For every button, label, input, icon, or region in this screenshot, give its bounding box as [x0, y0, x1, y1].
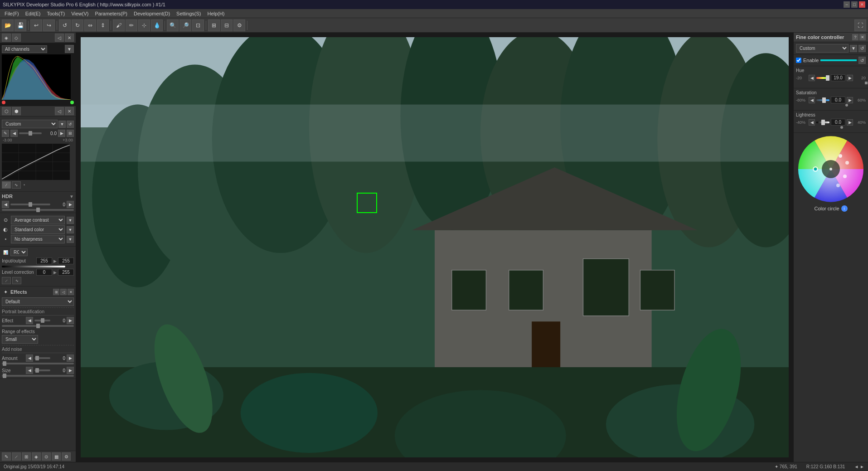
levels-curve-btn-2[interactable]: ∿: [12, 277, 21, 284]
titlebar-controls[interactable]: – □ ✕: [844, 1, 865, 8]
hdr-header[interactable]: HDR ▼: [2, 194, 74, 199]
straighten-btn[interactable]: ⊟: [221, 19, 233, 31]
fullscreen-btn[interactable]: ⛶: [854, 19, 866, 31]
portrait-slider[interactable]: [34, 320, 50, 321]
rotate-right-btn[interactable]: ↻: [72, 19, 83, 31]
fcc-sat-value[interactable]: [831, 97, 845, 103]
zoom-in-btn[interactable]: 🔍: [167, 19, 179, 31]
noise-amount-slider[interactable]: [34, 357, 50, 359]
contrast-more-btn[interactable]: ▼: [67, 217, 74, 224]
fcc-light-thumb[interactable]: [821, 120, 825, 125]
panel-close-btn2[interactable]: ✕: [65, 107, 74, 115]
fcc-light-plus-btn[interactable]: ▶: [847, 119, 853, 126]
panel-collapse-btn[interactable]: ◁: [55, 34, 64, 42]
bottom-tool-6[interactable]: ▦: [52, 452, 61, 461]
menu-parameters[interactable]: Parameters(P): [92, 10, 130, 17]
panel-mode-2[interactable]: ⬢: [12, 107, 21, 115]
settings-btn[interactable]: ⚙: [233, 19, 245, 31]
hdr-slider-thumb[interactable]: [29, 202, 32, 207]
contrast-select[interactable]: Average contrast: [11, 216, 65, 224]
undo-btn[interactable]: ↩: [30, 19, 42, 31]
bottom-tool-4[interactable]: ◈: [32, 452, 41, 461]
menu-edit[interactable]: Edit(E): [23, 10, 44, 17]
color-wheel[interactable]: [797, 136, 864, 203]
range-select[interactable]: Small: [2, 335, 38, 344]
levels-min-input[interactable]: [36, 269, 52, 276]
fcc-enable-reset-btn[interactable]: ↺: [858, 57, 866, 64]
fcc-color-swatch-btn[interactable]: [820, 59, 857, 61]
close-btn[interactable]: ✕: [859, 1, 865, 8]
noise-size-plus-btn[interactable]: ▶: [67, 367, 74, 374]
zoom-out-btn[interactable]: 🔎: [179, 19, 191, 31]
effects-collapse-btn[interactable]: ◁: [60, 289, 67, 295]
rotate-left-btn[interactable]: ↺: [59, 19, 71, 31]
bottom-tool-2[interactable]: ⟋: [12, 452, 21, 461]
tone-slider-thumb[interactable]: [29, 131, 32, 136]
fit-btn[interactable]: ⊡: [192, 19, 204, 31]
menu-view[interactable]: View(V): [68, 10, 91, 17]
noise-amount-thumb[interactable]: [35, 356, 39, 360]
noise-amount-bar[interactable]: [2, 363, 74, 364]
hdr-minus-btn[interactable]: ◀: [2, 201, 9, 208]
levels-input-field[interactable]: [36, 257, 52, 264]
maximize-btn[interactable]: □: [851, 1, 858, 8]
select-btn[interactable]: ⊹: [138, 19, 150, 31]
menu-tools[interactable]: Tools(T): [44, 10, 68, 17]
bottom-tool-7[interactable]: ⚙: [62, 452, 71, 461]
fcc-help-btn[interactable]: ?: [852, 34, 858, 40]
portrait-thumb[interactable]: [41, 318, 44, 323]
noise-amount-minus-btn[interactable]: ◀: [26, 354, 33, 362]
fcc-hue-slider[interactable]: [816, 77, 829, 79]
minimize-btn[interactable]: –: [844, 1, 850, 8]
fcc-hue-plus-btn[interactable]: ▶: [847, 75, 853, 81]
save-btn[interactable]: 💾: [15, 19, 26, 31]
curve-smooth-btn[interactable]: ∿: [12, 181, 21, 189]
fcc-light-minus-btn[interactable]: ◀: [809, 119, 815, 126]
panel-close-btn[interactable]: ✕: [65, 34, 74, 42]
fcc-hue-minus-btn[interactable]: ◀: [809, 75, 815, 81]
status-zoom-controls[interactable]: ◄ ►: [854, 464, 864, 469]
noise-size-thumb[interactable]: [35, 368, 39, 373]
fcc-enable-checkbox[interactable]: [796, 58, 801, 63]
channel-select[interactable]: All channels: [2, 45, 47, 53]
eraser-btn[interactable]: ✏: [126, 19, 137, 31]
levels-max-input[interactable]: [58, 269, 74, 276]
hdr-plus-btn[interactable]: ▶: [67, 201, 74, 208]
levels-gradient-bar[interactable]: [2, 266, 65, 267]
portrait-plus-btn[interactable]: ▶: [67, 317, 74, 324]
color-select[interactable]: Standard color: [11, 225, 65, 234]
eyedropper-btn[interactable]: 💧: [151, 19, 163, 31]
fcc-light-value[interactable]: [831, 119, 845, 126]
open-btn[interactable]: 📂: [2, 19, 14, 31]
fcc-light-slider[interactable]: [816, 121, 829, 123]
tone-edit-icon[interactable]: ✎: [2, 130, 9, 137]
hdr-slider[interactable]: [10, 204, 50, 205]
levels-curve-btn-1[interactable]: ⟋: [2, 277, 11, 284]
noise-amount-bar-thumb[interactable]: [3, 361, 6, 366]
fcc-sat-minus-btn[interactable]: ◀: [809, 97, 815, 103]
panel-tool-1[interactable]: ◈: [2, 34, 11, 42]
histogram-settings-btn[interactable]: ▼: [65, 45, 74, 53]
effects-preset-select[interactable]: Default: [2, 297, 74, 306]
noise-size-minus-btn[interactable]: ◀: [26, 367, 33, 374]
noise-amount-plus-btn[interactable]: ▶: [67, 354, 74, 362]
hdr-bar-thumb[interactable]: [36, 208, 40, 212]
color-more-btn[interactable]: ▼: [67, 226, 74, 233]
flip-h-btn[interactable]: ⇔: [84, 19, 96, 31]
bottom-tool-1[interactable]: ✎: [2, 452, 11, 461]
fcc-preset-more-btn[interactable]: ▼: [850, 45, 857, 52]
noise-size-bar-thumb[interactable]: [3, 374, 6, 378]
tone-minus-btn[interactable]: ◀: [10, 130, 18, 137]
hdr-bar[interactable]: [2, 209, 74, 211]
panel-mode-1[interactable]: ⬡: [2, 107, 11, 115]
bottom-tool-3[interactable]: ⊞: [22, 452, 31, 461]
fcc-sat-thumb[interactable]: [822, 97, 826, 103]
fcc-preset-reset-btn[interactable]: ↺: [858, 45, 866, 52]
crop-btn[interactable]: ⊞: [208, 19, 220, 31]
tone-slider[interactable]: [19, 132, 42, 134]
curve-linear-btn[interactable]: ∕: [2, 181, 11, 189]
fcc-close-btn[interactable]: ✕: [859, 34, 866, 40]
fcc-hue-thumb[interactable]: [826, 75, 829, 81]
tone-preset-select[interactable]: Custom: [2, 120, 58, 128]
sharpness-more-btn[interactable]: ▼: [67, 236, 74, 243]
